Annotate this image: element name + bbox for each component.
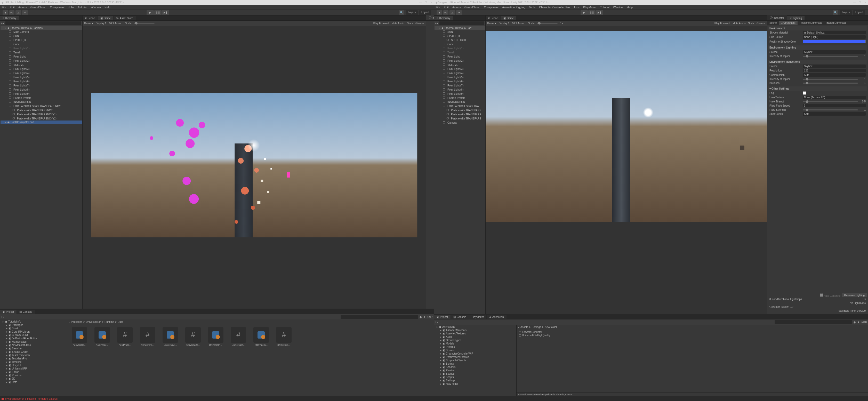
maximize-icon[interactable]: ☐ (425, 1, 427, 4)
stats-toggle[interactable]: Stats (748, 22, 754, 25)
hierarchy-item[interactable]: ▢Point Light (9) (1, 92, 82, 96)
account-icon[interactable]: ☻ (3, 10, 8, 15)
mute-audio-toggle[interactable]: Mute Audio (733, 22, 745, 25)
play-button[interactable]: ▶ (581, 10, 588, 15)
lighting-source-field[interactable]: Skybox (803, 50, 866, 54)
skybox-material-field[interactable]: ◉ Default-Skybox (803, 31, 866, 34)
scale-slider[interactable] (537, 23, 558, 24)
folder-item[interactable]: ▸▣ Editor (1, 370, 66, 374)
folder-item[interactable]: ▸▣ Unity UI (1, 364, 66, 367)
expand-icon[interactable]: ▸ (440, 376, 441, 378)
resolution-field[interactable]: 128 (803, 69, 866, 72)
hierarchy-search[interactable] (439, 22, 484, 25)
menu-item[interactable]: Character Controller Pro (539, 6, 570, 9)
pause-button[interactable]: ❚❚ (154, 10, 161, 15)
game-dropdown[interactable]: Game ▾ (84, 22, 93, 25)
asset-thumbnail[interactable]: UniversalR... (207, 327, 225, 346)
folder-item[interactable]: ▸▣ Data (1, 380, 66, 384)
folder-item[interactable]: ▸▣ Models (435, 342, 516, 345)
hierarchy-search[interactable] (5, 22, 81, 25)
folder-item[interactable]: ▸▣ Prefabs (435, 345, 516, 349)
menu-item[interactable]: Tutorial (600, 6, 610, 9)
expand-icon[interactable]: ▸ (440, 342, 441, 345)
expand-icon[interactable]: ▸ (3, 320, 4, 323)
cloud-icon[interactable]: ☁ (450, 10, 455, 15)
asset-thumbnail[interactable]: #PostProce... (116, 327, 134, 346)
hierarchy-item[interactable]: ▢Point Light (1, 55, 82, 59)
history-icon[interactable]: ↺ (22, 10, 28, 15)
env-lighting-header[interactable]: Environment Lighting (768, 45, 867, 50)
folder-item[interactable]: ▸▣ Custom NUnit (1, 333, 66, 337)
folder-item[interactable]: ▸▣ Shader Graph (1, 350, 66, 353)
expand-icon[interactable]: ▸ (437, 326, 438, 328)
expand-icon[interactable]: ▸ (6, 327, 7, 330)
hierarchy-item[interactable]: ▢Point Light (4) (1, 71, 82, 75)
other-settings-header[interactable]: ▾ Other Settings (768, 87, 867, 91)
folder-item[interactable]: ▸▣ Scenes (435, 349, 516, 352)
hierarchy-tab[interactable]: ≡Hierarchy (0, 16, 19, 20)
display-dropdown[interactable]: Display 1 (499, 22, 509, 25)
game-dropdown[interactable]: Game ▾ (487, 22, 496, 25)
filter-icon[interactable]: ★ (424, 316, 426, 318)
menu-item[interactable]: Tutorial (78, 6, 87, 9)
step-button[interactable]: ▶❚ (596, 10, 603, 15)
search-icon[interactable]: 🔍 (833, 10, 838, 15)
maximize-icon[interactable]: ☐ (859, 1, 861, 4)
minimize-icon[interactable]: — (853, 1, 856, 4)
menu-item[interactable]: GameObject (30, 6, 46, 9)
folder-item[interactable]: ▸▣ Core RP Library (1, 330, 66, 333)
folder-item[interactable]: ▸▣ Test Framework (1, 353, 66, 357)
refl-source-field[interactable]: Skybox (803, 64, 866, 68)
subtab-scene[interactable]: Scene (767, 21, 779, 25)
folder-item[interactable]: ▸▣ 2D (1, 377, 66, 380)
asset-thumbnail[interactable]: XRSystem... (252, 327, 271, 346)
menu-item[interactable]: Assets (18, 6, 27, 9)
dontdestroy-header[interactable]: ▸◈DontDestroyOnLoad (1, 121, 82, 124)
playmaker-tab[interactable]: PlayMaker (469, 315, 486, 319)
expand-icon[interactable]: ▸ (440, 362, 441, 365)
expand-icon[interactable]: ▸ (6, 374, 7, 377)
assetstore-tab[interactable]: 🛍Asset Store (114, 16, 136, 20)
expand-icon[interactable]: ▸ (6, 323, 7, 327)
folder-item[interactable]: ▸▣ PostProcessProfiles (435, 355, 516, 359)
menu-item[interactable]: Tools (529, 6, 536, 9)
mute-audio-toggle[interactable]: Mute Audio (392, 22, 404, 25)
hierarchy-item[interactable]: ▢Terrain (435, 50, 485, 55)
expand-icon[interactable]: ▸ (6, 350, 7, 353)
sun-source-field[interactable]: None (Light) (803, 35, 866, 39)
scene-tab[interactable]: #Scene (486, 16, 501, 20)
folder-item[interactable]: ▸▣ Packages (1, 323, 66, 327)
folder-item[interactable]: ▸▣ ScriptableObjects (435, 359, 516, 362)
refl-intensity-slider[interactable] (803, 79, 858, 80)
expand-icon[interactable]: ▸ (6, 340, 7, 343)
expand-icon[interactable]: ▸ (6, 357, 7, 360)
subtab-realtime-lightmaps[interactable]: Realtime Lightmaps (798, 21, 825, 25)
hierarchy-item[interactable]: ▢Point Light (3) (1, 67, 82, 71)
hierarchy-item[interactable]: ▢Point Light (9) (435, 92, 485, 96)
status-error[interactable]: ForwardRenderer is missing RendererFeatu… (4, 397, 58, 400)
pause-button[interactable]: ❚❚ (588, 10, 595, 15)
hierarchy-item[interactable]: ▢SPOT1 (1) (1, 38, 82, 42)
expand-icon[interactable]: ▸ (440, 359, 441, 362)
gizmos-toggle[interactable]: Gizmos (756, 22, 765, 25)
project-tab[interactable]: ▣Project (0, 310, 17, 314)
asset-thumbnail[interactable]: #XRSystem... (275, 327, 293, 346)
create-icon[interactable]: +▾ (1, 22, 4, 25)
scene-header[interactable]: ▾◈Ethereal Tutorial C Part (435, 26, 485, 30)
folder-item[interactable]: ▸▣ Universal RP (1, 367, 66, 370)
hierarchy-item[interactable]: ▢Cube (1, 42, 82, 46)
env-header[interactable]: Environment (768, 26, 867, 30)
asset-thumbnail[interactable]: ForwardRe... (70, 327, 89, 346)
expand-icon[interactable]: ▸ (6, 361, 7, 363)
menu-item[interactable]: Edit (444, 6, 449, 9)
folder-item[interactable]: ▸▣ GroundTypes (435, 339, 516, 342)
expand-icon[interactable]: ▸ (440, 335, 441, 338)
folder-item[interactable]: ▸▣ Settings (435, 379, 516, 382)
spot-cookie-field[interactable]: Soft (803, 112, 866, 116)
menu-item[interactable]: Help (104, 6, 111, 9)
auto-generate-checkbox[interactable] (820, 294, 823, 297)
breadcrumb[interactable]: ▸ Assets > Settings > New folder (517, 325, 868, 329)
expand-icon[interactable]: ▸ (6, 377, 7, 380)
create-icon[interactable]: +▾ (1, 316, 4, 318)
light-icon[interactable]: ☀ (456, 10, 462, 15)
